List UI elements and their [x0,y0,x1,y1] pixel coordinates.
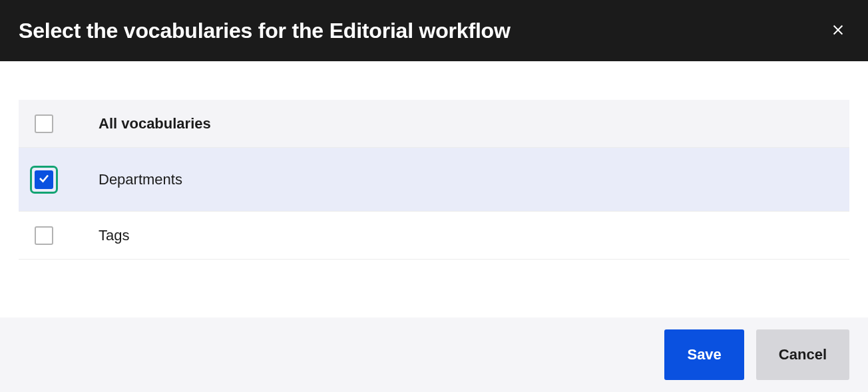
cancel-button[interactable]: Cancel [756,329,849,380]
label-all-vocabularies: All vocabularies [99,115,211,132]
close-button[interactable] [827,19,849,43]
modal-title: Select the vocabularies for the Editoria… [19,19,511,43]
modal-body: All vocabularies Departments Tags [0,61,868,317]
checkbox-all-vocabularies[interactable] [35,114,53,133]
checkbox-focus-ring [30,166,58,194]
label-tags: Tags [99,227,129,244]
row-all-vocabularies: All vocabularies [19,100,849,148]
checkbox-tags[interactable] [35,226,53,245]
modal-header: Select the vocabularies for the Editoria… [0,0,868,61]
modal-footer: Save Cancel [0,317,868,392]
row-tags: Tags [19,212,849,260]
label-departments: Departments [99,171,182,188]
row-departments: Departments [19,148,849,212]
checkbox-departments[interactable] [35,170,53,189]
check-icon [38,172,50,187]
close-icon [831,29,845,39]
save-button[interactable]: Save [664,329,744,380]
select-vocabularies-modal: Select the vocabularies for the Editoria… [0,0,868,392]
